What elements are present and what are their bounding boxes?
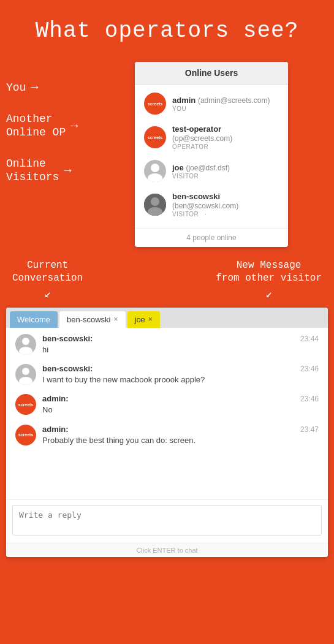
chat-reply-input[interactable] [12, 505, 322, 536]
svg-point-7 [22, 368, 29, 375]
msg-time-4: 23:47 [300, 425, 319, 434]
another-op-label-row: AnotherOnline OP → [6, 113, 129, 139]
avatar-ben [144, 194, 166, 216]
user-name-operator: test-operator (op@screets.com) [172, 124, 279, 143]
user-name-admin: admin (admin@screets.com) [172, 96, 270, 105]
person-icon-ben [144, 194, 166, 216]
user-name-ben: ben-scowski (ben@scowski.com) [172, 192, 279, 210]
current-conversation-label: CurrentConversation ↙ [12, 259, 83, 301]
msg-author-1: ben-scowski: [42, 334, 93, 343]
msg-content-1: ben-scowski: 23:44 hi [42, 334, 319, 355]
chat-message-1: ben-scowski: 23:44 hi [15, 334, 319, 355]
user-list: screets admin (admin@screets.com) YOU sc… [135, 85, 288, 225]
labels-column: You → AnotherOnline OP → OnlineVisitors … [6, 62, 129, 184]
chat-tabs[interactable]: Welcome ben-scowski × joe × [6, 308, 328, 328]
msg-time-3: 23:46 [300, 395, 319, 403]
user-role-admin: YOU [172, 105, 270, 112]
you-label-row: You → [6, 80, 129, 94]
chat-message-3: screets admin: 23:46 No [15, 394, 319, 415]
msg-text-4: Probably the best thing you can do: scre… [42, 435, 319, 446]
user-info-admin: admin (admin@screets.com) YOU [172, 96, 270, 112]
avatar-operator: screets [144, 126, 166, 148]
visitors-label: OnlineVisitors [6, 157, 59, 184]
msg-author-2: ben-scowski: [42, 364, 93, 373]
user-name-joe: joe (joe@dsf.dsf) [172, 163, 230, 172]
msg-text-3: No [42, 404, 319, 415]
msg-content-4: admin: 23:47 Probably the best thing you… [42, 425, 319, 446]
msg-time-2: 23:46 [300, 365, 319, 373]
new-message-label: New Messagefrom other visitor ↙ [216, 259, 322, 301]
user-item-joe: joe (joe@dsf.dsf) VISITOR [135, 155, 288, 187]
svg-point-1 [148, 173, 162, 182]
new-msg-arrow-icon: ↙ [216, 287, 322, 301]
user-item-ben: ben-scowski (ben@scowski.com) VISITOR · [135, 187, 288, 222]
chat-message-2: ben-scowski: 23:46 I want to buy the new… [15, 364, 319, 385]
user-role-operator: OPERATOR [172, 143, 279, 150]
visitors-arrow-icon: → [64, 164, 71, 178]
person-icon-joe [144, 160, 166, 182]
msg-avatar-ben-1 [15, 334, 36, 355]
close-tab-joe-icon[interactable]: × [148, 315, 153, 324]
msg-header-2: ben-scowski: 23:46 [42, 364, 319, 373]
msg-header-1: ben-scowski: 23:44 [42, 334, 319, 343]
another-op-label: AnotherOnline OP [6, 113, 66, 139]
msg-author-3: admin: [42, 394, 69, 403]
chat-messages: ben-scowski: 23:44 hi ben-scowski: 23:46… [6, 328, 328, 499]
user-role-joe: VISITOR [172, 173, 230, 180]
msg-avatar-ben-2 [15, 364, 36, 385]
svg-point-6 [19, 347, 32, 355]
tab-joe[interactable]: joe × [127, 311, 160, 328]
online-count: 4 people online [135, 228, 288, 247]
msg-author-4: admin: [42, 425, 69, 434]
msg-text-2: I want to buy the new macbook proook app… [42, 374, 319, 385]
svg-point-0 [151, 164, 159, 172]
another-op-arrow-icon: → [70, 119, 78, 133]
msg-time-1: 23:44 [300, 335, 319, 343]
svg-point-5 [22, 338, 29, 345]
msg-text-1: hi [42, 344, 319, 355]
widget-header: Online Users [135, 62, 288, 85]
msg-avatar-admin-2: screets [15, 425, 36, 445]
svg-point-3 [151, 197, 159, 206]
tab-welcome[interactable]: Welcome [10, 311, 58, 328]
user-info-operator: test-operator (op@screets.com) OPERATOR [172, 124, 279, 150]
chat-widget: Welcome ben-scowski × joe × ben-scowski: [6, 308, 328, 557]
user-info-joe: joe (joe@dsf.dsf) VISITOR [172, 163, 230, 180]
msg-avatar-admin-1: screets [15, 394, 36, 415]
you-label: You [6, 81, 26, 94]
online-users-widget: Online Users screets admin (admin@screet… [135, 62, 288, 247]
msg-header-3: admin: 23:46 [42, 394, 319, 403]
msg-header-4: admin: 23:47 [42, 425, 319, 434]
you-arrow-icon: → [31, 80, 38, 94]
person-icon-msg1 [15, 334, 36, 355]
current-conv-arrow-icon: ↙ [12, 287, 83, 301]
conversation-labels: CurrentConversation ↙ New Messagefrom ot… [0, 259, 334, 301]
msg-content-3: admin: 23:46 No [42, 394, 319, 415]
avatar-joe [144, 160, 166, 182]
top-section: You → AnotherOnline OP → OnlineVisitors … [0, 56, 334, 259]
msg-content-2: ben-scowski: 23:46 I want to buy the new… [42, 364, 319, 385]
user-role-ben: VISITOR · [172, 211, 279, 218]
user-item-operator: screets test-operator (op@screets.com) O… [135, 119, 288, 155]
user-item-admin: screets admin (admin@screets.com) YOU [135, 88, 288, 119]
avatar-admin: screets [144, 93, 166, 115]
user-info-ben: ben-scowski (ben@scowski.com) VISITOR · [172, 192, 279, 218]
close-tab-ben-icon[interactable]: × [113, 315, 118, 324]
svg-point-8 [19, 377, 32, 385]
tab-ben-scowski[interactable]: ben-scowski × [59, 311, 126, 328]
chat-message-4: screets admin: 23:47 Probably the best t… [15, 425, 319, 446]
page-title: What operators see? [0, 0, 334, 56]
chat-enter-hint: Click ENTER to chat [6, 543, 328, 557]
chat-input-area [6, 499, 328, 543]
person-icon-msg2 [15, 364, 36, 385]
visitors-label-row: OnlineVisitors → [6, 157, 129, 184]
